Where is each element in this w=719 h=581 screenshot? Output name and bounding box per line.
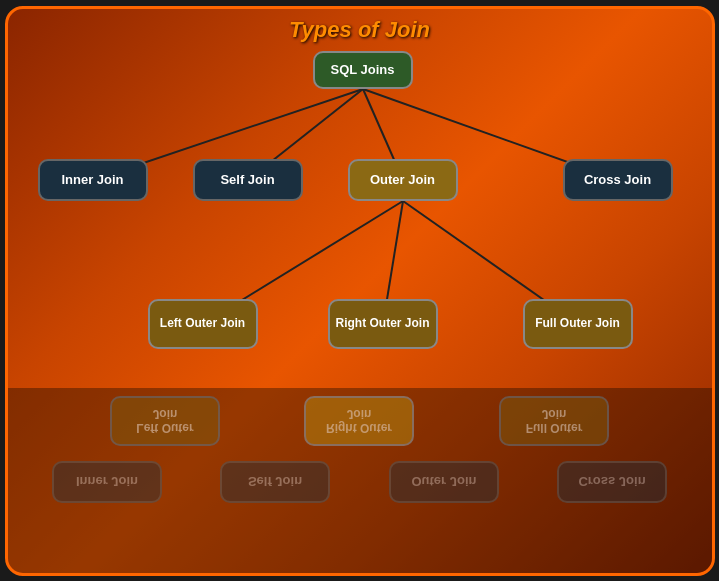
reflection-cross-join: Cross Join <box>557 461 667 503</box>
node-inner-join: Inner Join <box>38 159 148 201</box>
reflection-inner-join: Inner Join <box>52 461 162 503</box>
diagram-container: Types of Join SQL Joins Inner Join <box>5 6 715 576</box>
reflection-full-outer: Full OuterJoin <box>499 396 609 446</box>
node-left-outer-join: Left Outer Join <box>148 299 258 349</box>
reflection-large-row: Left OuterJoin Right OuterJoin Full Oute… <box>8 388 712 446</box>
node-full-outer-join: Full Outer Join <box>523 299 633 349</box>
reflection-small-row: Inner Join Self Join Outer Join Cross Jo… <box>8 446 712 503</box>
node-outer-join: Outer Join <box>348 159 458 201</box>
node-sql-joins: SQL Joins <box>313 51 413 89</box>
node-cross-join: Cross Join <box>563 159 673 201</box>
reflection-left-outer: Left OuterJoin <box>110 396 220 446</box>
node-self-join: Self Join <box>193 159 303 201</box>
reflection-right-outer: Right OuterJoin <box>304 396 414 446</box>
reflection-outer-join: Outer Join <box>389 461 499 503</box>
reflection-area: Left OuterJoin Right OuterJoin Full Oute… <box>8 388 712 573</box>
node-right-outer-join: Right Outer Join <box>328 299 438 349</box>
reflection-self-join: Self Join <box>220 461 330 503</box>
diagram-title: Types of Join <box>289 17 430 43</box>
